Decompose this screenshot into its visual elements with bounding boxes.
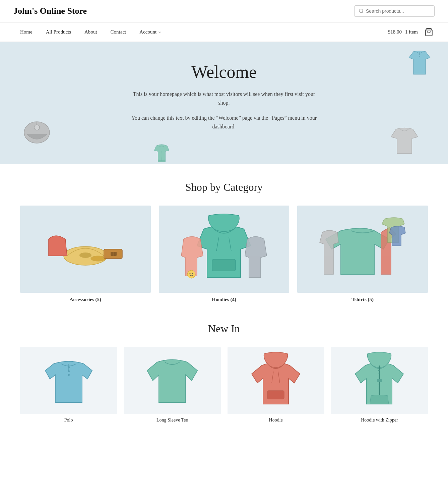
deco-bag — [20, 117, 54, 151]
categories-title: Shop by Category — [20, 181, 428, 193]
search-bar — [354, 5, 435, 17]
product-label-long-sleeve: Long Sleeve Tee — [124, 417, 220, 423]
svg-point-11 — [79, 253, 91, 258]
category-count-hoodies: (4) — [230, 297, 236, 302]
cart-icon[interactable] — [423, 26, 435, 38]
hoodies-illustration — [180, 212, 267, 286]
svg-point-12 — [91, 256, 106, 261]
hoodie-illustration — [249, 352, 303, 409]
category-img-hoodies — [159, 206, 290, 293]
product-img-polo — [20, 347, 117, 414]
nav-all-products[interactable]: All Products — [39, 22, 78, 42]
search-icon — [359, 8, 364, 14]
categories-grid: Accessories (5) — [20, 206, 428, 302]
category-name-hoodies: Hoodies — [212, 297, 230, 302]
polo-illustration — [42, 352, 95, 409]
product-polo[interactable]: Polo — [20, 347, 117, 423]
svg-point-5 — [419, 56, 420, 57]
category-img-tshirts — [297, 206, 428, 293]
svg-point-20 — [190, 273, 191, 274]
svg-point-25 — [68, 374, 70, 376]
category-label-hoodies: Hoodies (4) — [159, 297, 290, 302]
hero-text2: You can change this text by editing the … — [130, 114, 318, 131]
category-name-tshirts: Tshirts — [351, 297, 368, 302]
category-label-accessories: Accessories (5) — [20, 297, 151, 302]
svg-rect-30 — [377, 379, 382, 382]
product-img-hoodie — [228, 347, 324, 414]
nav-home[interactable]: Home — [13, 22, 39, 42]
category-name-accessories: Accessories — [70, 297, 95, 302]
main-nav: Home All Products About Contact Account … — [0, 22, 448, 42]
long-sleeve-illustration — [145, 352, 199, 409]
deco-mini-hoodie — [152, 142, 171, 164]
hero-text1: This is your homepage which is what most… — [130, 90, 318, 107]
tshirts-illustration — [319, 212, 406, 286]
deco-polo-shirt — [404, 49, 435, 79]
svg-rect-26 — [267, 391, 284, 399]
cart-items-count: 1 item — [405, 29, 418, 35]
site-title[interactable]: John's Online Store — [13, 6, 87, 16]
nav-account-label: Account — [139, 29, 156, 35]
accessories-illustration — [42, 212, 129, 286]
deco-gray-shirt — [388, 124, 421, 158]
svg-line-1 — [362, 12, 363, 13]
category-count-accessories: (5) — [95, 297, 102, 302]
svg-point-19 — [187, 270, 195, 278]
product-hoodie-zipper[interactable]: Hoodie with Zipper — [331, 347, 428, 423]
product-label-polo: Polo — [20, 417, 117, 423]
nav-account[interactable]: Account — [133, 22, 169, 42]
svg-point-0 — [359, 9, 363, 13]
svg-point-7 — [34, 125, 40, 130]
svg-point-23 — [68, 366, 70, 368]
category-img-accessories — [20, 206, 151, 293]
categories-section: Shop by Category — [0, 164, 448, 319]
product-img-long-sleeve — [124, 347, 220, 414]
new-in-title: New In — [20, 323, 428, 335]
product-label-hoodie-zipper: Hoodie with Zipper — [331, 417, 428, 423]
nav-contact[interactable]: Contact — [104, 22, 133, 42]
category-hoodies[interactable]: Hoodies (4) — [159, 206, 290, 302]
hero-section: Welcome This is your homepage which is w… — [0, 42, 448, 164]
product-long-sleeve-tee[interactable]: Long Sleeve Tee — [124, 347, 220, 423]
category-tshirts[interactable]: Tshirts (5) — [297, 206, 428, 302]
header: John's Online Store — [0, 0, 448, 22]
hoodie-zipper-illustration — [353, 352, 406, 409]
nav-right: $18.00 1 item — [388, 26, 435, 38]
svg-rect-16 — [212, 259, 236, 271]
nav-left: Home All Products About Contact Account — [13, 22, 388, 42]
cart-info: $18.00 1 item — [388, 29, 418, 35]
shopping-cart-icon — [425, 28, 433, 37]
svg-point-24 — [68, 370, 70, 372]
new-in-section: New In Polo — [0, 319, 448, 440]
search-input[interactable] — [366, 8, 430, 14]
chevron-down-icon — [158, 30, 162, 34]
category-count-tshirts: (5) — [368, 297, 374, 302]
cart-amount: $18.00 — [388, 29, 402, 35]
svg-point-21 — [192, 273, 193, 274]
product-img-hoodie-zipper — [331, 347, 428, 414]
hero-title: Welcome — [7, 62, 441, 82]
category-label-tshirts: Tshirts (5) — [297, 297, 428, 302]
product-label-hoodie: Hoodie — [228, 417, 324, 423]
nav-about[interactable]: About — [78, 22, 104, 42]
svg-point-4 — [419, 53, 420, 55]
products-grid: Polo Long Sleeve Tee — [20, 347, 428, 423]
category-accessories[interactable]: Accessories (5) — [20, 206, 151, 302]
product-hoodie[interactable]: Hoodie — [228, 347, 324, 423]
